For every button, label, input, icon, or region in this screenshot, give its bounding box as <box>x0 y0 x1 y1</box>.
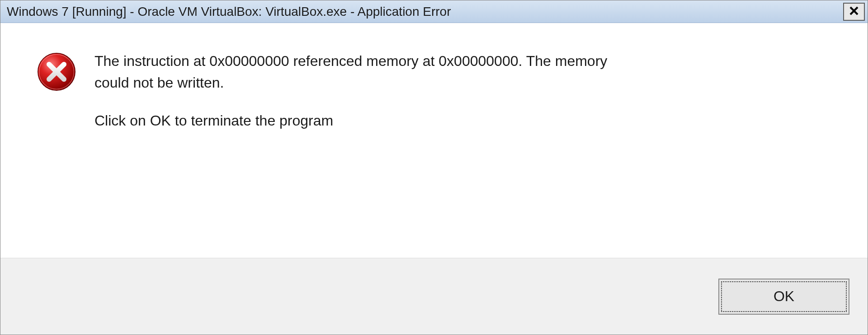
message-block: The instruction at 0x00000000 referenced… <box>94 50 849 131</box>
content-area: The instruction at 0x00000000 referenced… <box>0 23 868 258</box>
ok-button[interactable]: OK <box>718 279 849 315</box>
titlebar: Windows 7 [Running] - Oracle VM VirtualB… <box>0 0 868 23</box>
error-message-primary: The instruction at 0x00000000 referenced… <box>94 50 637 93</box>
button-bar: OK <box>0 258 868 335</box>
close-icon <box>849 5 859 18</box>
error-message-secondary: Click on OK to terminate the program <box>94 110 849 131</box>
error-dialog: Windows 7 [Running] - Oracle VM VirtualB… <box>0 0 868 335</box>
error-icon <box>37 52 76 93</box>
window-title: Windows 7 [Running] - Oracle VM VirtualB… <box>7 5 839 19</box>
close-button[interactable] <box>843 3 865 21</box>
